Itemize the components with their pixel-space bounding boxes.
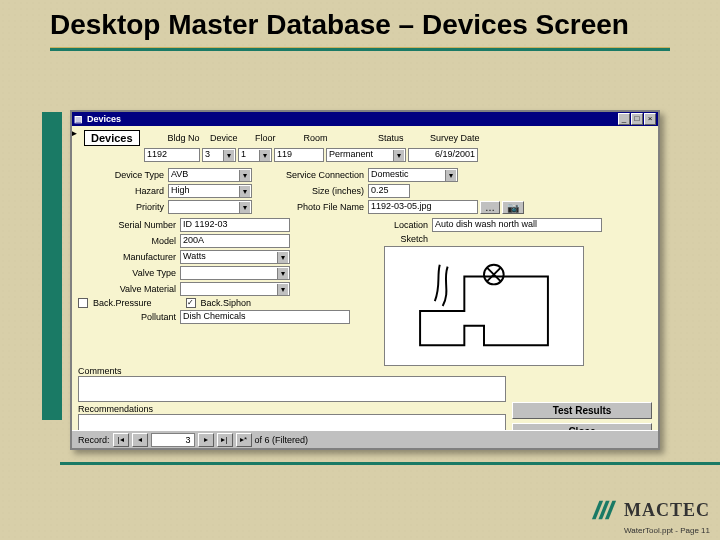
slide-title: Desktop Master Database – Devices Screen — [0, 0, 720, 43]
label-comments: Comments — [78, 366, 506, 376]
nav-next-button[interactable]: ▸ — [198, 433, 214, 447]
back-pressure-checkbox[interactable] — [78, 298, 88, 308]
record-of-text: of 6 (Filtered) — [255, 435, 309, 445]
record-label: Record: — [78, 435, 110, 445]
label-device: Device — [204, 133, 240, 143]
model-field[interactable]: 200A — [180, 234, 290, 248]
window-titlebar: ▤ Devices _ □ × — [72, 112, 658, 126]
device-type-field[interactable]: AVB — [168, 168, 252, 182]
sketch-canvas[interactable] — [384, 246, 584, 366]
label-status: Status — [332, 133, 406, 143]
label-photo-file: Photo File Name — [254, 202, 366, 212]
label-serial-number: Serial Number — [78, 220, 178, 230]
label-model: Model — [78, 236, 178, 246]
priority-field[interactable] — [168, 200, 252, 214]
camera-button[interactable]: 📷 — [502, 201, 524, 214]
record-current[interactable]: 3 — [151, 433, 195, 447]
service-connection-field[interactable]: Domestic — [368, 168, 458, 182]
page-note: WaterTool.ppt - Page 11 — [590, 526, 710, 535]
pollutant-field[interactable]: Dish Chemicals — [180, 310, 350, 324]
nav-first-button[interactable]: |◂ — [113, 433, 129, 447]
company-logo-icon — [590, 497, 618, 523]
record-caret-icon: ▶ — [72, 128, 77, 138]
floor-field[interactable]: 1 — [238, 148, 272, 162]
manufacturer-field[interactable]: Watts — [180, 250, 290, 264]
maximize-button[interactable]: □ — [631, 113, 643, 125]
valve-type-field[interactable] — [180, 266, 290, 280]
label-pollutant: Pollutant — [78, 312, 178, 322]
minimize-button[interactable]: _ — [618, 113, 630, 125]
close-button[interactable]: Close — [512, 423, 652, 430]
location-field[interactable]: Auto dish wash north wall — [432, 218, 602, 232]
browse-photo-button[interactable]: … — [480, 201, 500, 214]
form-icon: ▤ — [74, 114, 83, 124]
bldg-no-field[interactable]: 1192 — [144, 148, 200, 162]
form-body: ▶ Devices Bldg No Device Floor Room Stat… — [72, 126, 658, 430]
label-recommendations: Recommendations — [78, 404, 506, 414]
hazard-field[interactable]: High — [168, 184, 252, 198]
title-underline — [50, 47, 670, 51]
nav-prev-button[interactable]: ◂ — [132, 433, 148, 447]
photo-file-field[interactable]: 1192-03-05.jpg — [368, 200, 478, 214]
record-navigator: Record: |◂ ◂ 3 ▸ ▸| ▸* of 6 (Filtered) — [72, 430, 658, 448]
status-field[interactable]: Permanent — [326, 148, 406, 162]
close-window-button[interactable]: × — [644, 113, 656, 125]
size-field[interactable]: 0.25 — [368, 184, 410, 198]
serial-number-field[interactable]: ID 1192-03 — [180, 218, 290, 232]
label-sketch: Sketch — [384, 234, 430, 244]
label-hazard: Hazard — [78, 186, 166, 196]
label-survey-date: Survey Date — [408, 133, 482, 143]
footer-rule — [60, 462, 720, 465]
label-service-connection: Service Connection — [254, 170, 366, 180]
company-name: MACTEC — [624, 500, 710, 521]
label-device-type: Device Type — [78, 170, 166, 180]
label-floor: Floor — [242, 133, 278, 143]
label-valve-material: Valve Material — [78, 284, 178, 294]
recommendations-field[interactable] — [78, 414, 506, 430]
window-title: Devices — [87, 114, 121, 124]
devices-window: ▤ Devices _ □ × ▶ Devices Bldg No Device… — [70, 110, 660, 450]
label-valve-type: Valve Type — [78, 268, 178, 278]
camera-icon: 📷 — [507, 202, 519, 213]
slide-footer: MACTEC WaterTool.ppt - Page 11 — [590, 497, 710, 535]
section-header: Devices — [84, 130, 140, 146]
label-back-siphon: Back.Siphon — [201, 298, 252, 308]
survey-date-field[interactable]: 6/19/2001 — [408, 148, 478, 162]
accent-bar — [42, 112, 62, 420]
label-bldg-no: Bldg No — [142, 133, 202, 143]
label-manufacturer: Manufacturer — [78, 252, 178, 262]
label-size: Size (inches) — [254, 186, 366, 196]
valve-material-field[interactable] — [180, 282, 290, 296]
label-room: Room — [280, 133, 330, 143]
nav-new-button[interactable]: ▸* — [236, 433, 252, 447]
label-back-pressure: Back.Pressure — [93, 298, 152, 308]
device-field[interactable]: 3 — [202, 148, 236, 162]
comments-field[interactable] — [78, 376, 506, 402]
back-siphon-checkbox[interactable]: ✓ — [186, 298, 196, 308]
test-results-button[interactable]: Test Results — [512, 402, 652, 419]
nav-last-button[interactable]: ▸| — [217, 433, 233, 447]
room-field[interactable]: 119 — [274, 148, 324, 162]
label-priority: Priority — [78, 202, 166, 212]
label-location: Location — [384, 220, 430, 230]
